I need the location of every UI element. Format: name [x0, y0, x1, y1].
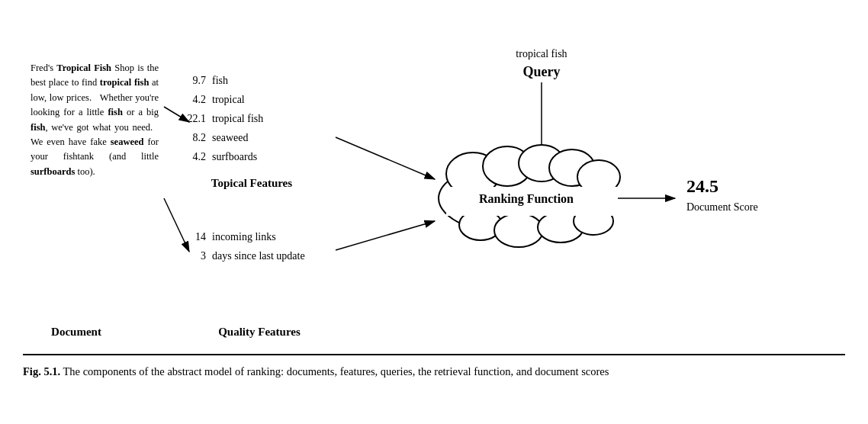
ranking-function-label: Ranking Function	[479, 192, 574, 206]
caption-text: The components of the abstract model of …	[60, 365, 609, 377]
quality-to-cloud-arrow	[336, 221, 435, 250]
feat-term-1: fish	[212, 75, 228, 86]
feat-num-2: 4.2	[193, 94, 207, 105]
document-label: Document	[51, 326, 101, 338]
score-label: Document Score	[686, 201, 758, 213]
topical-to-cloud-arrow	[336, 137, 435, 179]
query-line2: Query	[523, 64, 561, 79]
feat-num-5: 4.2	[193, 151, 207, 162]
feat-num-3: 22.1	[188, 113, 207, 124]
doc-to-topical-arrow	[164, 107, 189, 122]
cloud-bump-7	[494, 214, 543, 247]
feat-term-2: tropical	[212, 94, 245, 105]
score-value: 24.5	[686, 176, 719, 196]
diagram-svg: Fred's Tropical Fish Shop is the best pl…	[23, 15, 845, 351]
caption: Fig. 5.1. The components of the abstract…	[23, 354, 845, 381]
qual-num-1: 14	[195, 231, 206, 243]
feat-num-4: 8.2	[193, 132, 207, 143]
qual-term-1: incoming links	[212, 231, 276, 243]
feat-term-3: tropical fish	[212, 113, 263, 124]
document-text: Fred's Tropical Fish Shop is the best pl…	[31, 61, 159, 179]
quality-features-label: Quality Features	[218, 326, 301, 338]
qual-num-2: 3	[201, 250, 206, 262]
feat-num-1: 9.7	[193, 75, 207, 86]
doc-to-quality-arrow	[164, 198, 189, 252]
main-content: Fred's Tropical Fish Shop is the best pl…	[23, 15, 845, 381]
feat-term-5: surfboards	[212, 151, 257, 162]
qual-term-2: days since last update	[212, 250, 305, 262]
feat-term-4: seaweed	[212, 132, 248, 143]
query-line1: tropical fish	[516, 48, 567, 59]
caption-fig: Fig. 5.1.	[23, 365, 60, 377]
topical-features-label: Topical Features	[211, 177, 292, 189]
